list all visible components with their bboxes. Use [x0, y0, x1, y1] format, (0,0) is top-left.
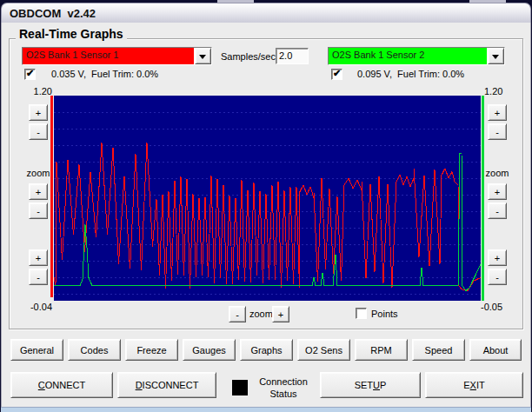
- realtime-graphs-groupbox: [9, 38, 523, 329]
- nav-button-codes[interactable]: Codes: [68, 339, 121, 361]
- nav-button-speed[interactable]: Speed: [412, 339, 465, 361]
- setup-button[interactable]: SETUP: [320, 372, 421, 398]
- connect-button[interactable]: CONNECT: [10, 372, 113, 398]
- title-bar[interactable]: OBDCOM v2.42: [1, 3, 531, 23]
- window-bottom-border: [1, 407, 531, 412]
- nav-button-o2-sens[interactable]: O2 Sens: [297, 339, 350, 361]
- groupbox-title: Real-Time Graphs: [16, 27, 127, 41]
- connection-status-indicator: [232, 380, 248, 395]
- nav-button-graphs[interactable]: Graphs: [240, 339, 293, 361]
- exit-button[interactable]: EXIT: [425, 372, 523, 398]
- connection-status-label: Connection Status: [250, 375, 316, 401]
- window-title: OBDCOM v2.42: [10, 7, 96, 20]
- nav-button-freeze[interactable]: Freeze: [125, 339, 178, 361]
- disconnect-button[interactable]: DISCONNECT: [117, 372, 216, 398]
- nav-button-general[interactable]: General: [10, 339, 63, 361]
- nav-button-rpm[interactable]: RPM: [355, 339, 408, 361]
- app-window: OBDCOM v2.42 Real-Time Graphs O2S Bank 1…: [0, 0, 532, 412]
- nav-button-gauges[interactable]: Gauges: [183, 339, 236, 361]
- nav-button-about[interactable]: About: [469, 339, 522, 361]
